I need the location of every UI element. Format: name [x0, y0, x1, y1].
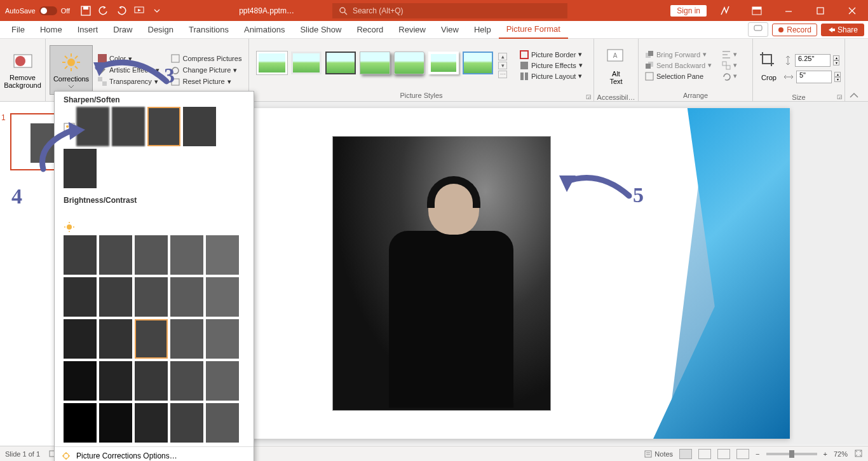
save-icon[interactable]	[80, 5, 92, 17]
alt-text-button[interactable]: A Alt Text	[598, 41, 634, 91]
style-thumb[interactable]	[360, 52, 390, 74]
remove-background-button[interactable]: Remove Background	[4, 45, 41, 95]
present-icon[interactable]	[133, 5, 145, 17]
sharpen-preset[interactable]	[112, 107, 145, 146]
send-backward-button[interactable]: Send Backward▾	[642, 60, 714, 71]
gallery-scroll[interactable]: ▴▾⋯	[497, 52, 508, 79]
brightness-preset-selected[interactable]	[135, 319, 168, 359]
brightness-preset[interactable]	[135, 277, 168, 317]
minimize-icon[interactable]	[775, 1, 802, 20]
style-thumb[interactable]	[394, 52, 424, 74]
brightness-preset[interactable]	[99, 403, 132, 443]
search-box[interactable]: Search (Alt+Q)	[332, 3, 567, 18]
zoom-out-icon[interactable]: −	[756, 450, 759, 458]
brightness-preset[interactable]	[99, 235, 132, 275]
brightness-preset[interactable]	[170, 277, 203, 317]
tab-picture-format[interactable]: Picture Format	[499, 20, 568, 39]
reset-picture-button[interactable]: Reset Picture▾	[168, 76, 244, 86]
sharpen-preset-selected[interactable]	[147, 107, 180, 146]
preset-default-icon[interactable]	[64, 221, 75, 233]
tab-slide-show[interactable]: Slide Show	[292, 21, 349, 38]
crop-button[interactable]: Crop	[757, 41, 781, 91]
ribbon-display-icon[interactable]	[743, 1, 770, 20]
file-name[interactable]: ppt489A.pptm…	[239, 6, 294, 15]
maximize-icon[interactable]	[807, 1, 834, 20]
align-button[interactable]: ▾	[719, 50, 740, 60]
brightness-preset[interactable]	[64, 235, 97, 275]
brightness-preset[interactable]	[135, 235, 168, 275]
tab-insert[interactable]: Insert	[70, 21, 106, 38]
compress-pictures-button[interactable]: Compress Pictures	[168, 53, 244, 64]
sign-in-button[interactable]: Sign in	[670, 5, 707, 17]
rotate-button[interactable]: ▾	[719, 71, 740, 81]
style-thumb[interactable]	[291, 52, 322, 74]
brightness-preset[interactable]	[170, 319, 203, 359]
close-icon[interactable]	[839, 1, 865, 20]
brightness-preset[interactable]	[135, 403, 168, 443]
sorter-view-icon[interactable]	[698, 449, 711, 459]
corrections-button[interactable]: Corrections	[50, 45, 93, 95]
style-thumb[interactable]	[257, 52, 287, 74]
brightness-preset[interactable]	[206, 277, 239, 317]
tab-help[interactable]: Help	[466, 21, 499, 38]
selection-pane-button[interactable]: Selection Pane	[642, 71, 714, 81]
brightness-preset[interactable]	[135, 361, 168, 401]
toggle-switch[interactable]	[39, 6, 57, 15]
height-field[interactable]: 6.25" ▴▾	[783, 54, 841, 67]
tab-record[interactable]: Record	[349, 21, 391, 38]
comments-button[interactable]	[748, 22, 768, 37]
tab-draw[interactable]: Draw	[105, 21, 140, 38]
zoom-level[interactable]: 72%	[834, 450, 848, 458]
brightness-preset[interactable]	[206, 319, 239, 359]
coming-soon-icon[interactable]	[712, 1, 738, 20]
group-button[interactable]: ▾	[719, 60, 740, 71]
change-picture-button[interactable]: Change Picture▾	[168, 65, 244, 75]
brightness-preset[interactable]	[64, 319, 97, 359]
slideshow-view-icon[interactable]	[736, 449, 749, 459]
height-spinner[interactable]: ▴▾	[833, 55, 839, 65]
width-spinner[interactable]: ▴▾	[834, 72, 841, 82]
tab-file[interactable]: File	[4, 21, 32, 38]
redo-icon[interactable]	[116, 5, 127, 17]
notes-button[interactable]: Notes	[644, 450, 673, 458]
record-button[interactable]: Record	[772, 24, 817, 36]
autosave-toggle[interactable]: AutoSave Off	[0, 6, 75, 15]
brightness-preset[interactable]	[64, 403, 97, 443]
bring-forward-button[interactable]: Bring Forward▾	[642, 50, 714, 60]
brightness-preset[interactable]	[64, 361, 97, 401]
brightness-preset[interactable]	[99, 361, 132, 401]
tab-transitions[interactable]: Transitions	[181, 21, 236, 38]
zoom-slider[interactable]	[766, 453, 817, 455]
picture-layout-button[interactable]: Picture Layout▾	[517, 71, 585, 81]
brightness-preset[interactable]	[170, 403, 203, 443]
picture-corrections-options[interactable]: Picture Corrections Options…	[55, 446, 254, 461]
brightness-preset[interactable]	[99, 277, 132, 317]
normal-view-icon[interactable]	[679, 449, 692, 459]
slide[interactable]	[205, 108, 790, 439]
style-thumb-selected[interactable]	[463, 52, 493, 74]
sharpen-preset[interactable]	[183, 107, 216, 146]
brightness-preset[interactable]	[64, 277, 97, 317]
dialog-launcher-icon[interactable]: ◲	[586, 93, 592, 100]
dialog-launcher-icon[interactable]: ◲	[837, 93, 843, 100]
width-field[interactable]: 5" ▴▾	[783, 71, 841, 83]
undo-icon[interactable]	[98, 5, 109, 17]
brightness-preset[interactable]	[99, 319, 132, 359]
style-thumb[interactable]	[428, 52, 459, 74]
fit-window-icon[interactable]	[854, 449, 863, 459]
tab-animations[interactable]: Animations	[236, 21, 292, 38]
collapse-ribbon-icon[interactable]	[850, 92, 858, 99]
tab-home[interactable]: Home	[32, 21, 70, 38]
brightness-preset[interactable]	[170, 361, 203, 401]
brightness-preset[interactable]	[206, 361, 239, 401]
brightness-preset[interactable]	[206, 403, 239, 443]
picture-border-button[interactable]: Picture Border▾	[517, 50, 585, 60]
qat-more-icon[interactable]	[151, 5, 163, 17]
brightness-preset[interactable]	[206, 235, 239, 275]
tab-design[interactable]: Design	[140, 21, 181, 38]
style-thumb[interactable]	[325, 52, 356, 74]
brightness-preset[interactable]	[170, 235, 203, 275]
zoom-in-icon[interactable]: +	[824, 450, 827, 458]
tab-review[interactable]: Review	[391, 21, 433, 38]
share-button[interactable]: Share	[821, 24, 864, 36]
